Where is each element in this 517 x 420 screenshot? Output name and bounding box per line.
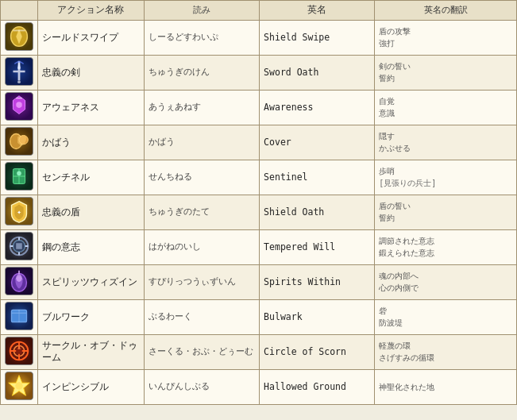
- table-row: ブルワークぶるわーくBulwark砦防波堤: [1, 299, 517, 334]
- action-jp-name: シールドスワイプ: [37, 20, 144, 55]
- table-row: スピリッツウィズインすぴりっつうぃずいんSpirits Within魂の内部へ心…: [1, 264, 517, 299]
- action-en-name: Sword Oath: [260, 55, 375, 90]
- action-en-name: Sentinel: [260, 160, 375, 195]
- action-jp-name: センチネル: [37, 160, 144, 195]
- action-yomi: あうぇあねす: [144, 90, 259, 125]
- action-yomi: かばう: [144, 125, 259, 160]
- action-table: アクション名称 読み 英名 英名の翻訳 シールドスワイプしーるどすわいぷShie…: [0, 0, 517, 405]
- action-translation: 盾の誓い誓約: [375, 195, 517, 229]
- action-icon: [1, 55, 38, 90]
- table-row: ✦ 忠義の盾ちゅうぎのたてShield Oath盾の誓い誓約: [1, 195, 517, 229]
- action-en-name: Hallowed Ground: [260, 369, 375, 404]
- action-translation: 砦防波堤: [375, 299, 517, 334]
- table-row: かばうかばうCover隠すかぶせる: [1, 125, 517, 160]
- action-yomi: はがねのいし: [144, 229, 259, 264]
- action-jp-name: 忠義の盾: [37, 195, 144, 229]
- action-jp-name: ブルワーク: [37, 299, 144, 334]
- action-jp-name: アウェアネス: [37, 90, 144, 125]
- action-icon: [1, 20, 38, 55]
- header-yomi: 読み: [144, 1, 259, 21]
- action-yomi: さーくる・おぶ・どぅーむ: [144, 334, 259, 369]
- header-en: 英名: [260, 1, 375, 21]
- action-yomi: ぶるわーく: [144, 299, 259, 334]
- table-row: 忠義の剣ちゅうぎのけんSword Oath剣の誓い誓約: [1, 55, 517, 90]
- action-yomi: いんぴんしぶる: [144, 369, 259, 404]
- action-yomi: ちゅうぎのたて: [144, 195, 259, 229]
- action-jp-name: 鋼の意志: [37, 229, 144, 264]
- action-jp-name: 忠義の剣: [37, 55, 144, 90]
- action-yomi: しーるどすわいぷ: [144, 20, 259, 55]
- svg-rect-40: [20, 316, 26, 322]
- action-icon: [1, 369, 38, 404]
- action-icon: [1, 334, 38, 369]
- svg-rect-39: [12, 316, 19, 322]
- action-icon: ✦: [1, 195, 38, 229]
- svg-point-8: [17, 80, 21, 83]
- svg-point-21: [17, 171, 21, 175]
- action-yomi: ちゅうぎのけん: [144, 55, 259, 90]
- table-row: サークル・オブ・ドゥームさーくる・おぶ・どぅーむCircle of Scorn軽…: [1, 334, 517, 369]
- action-en-name: Circle of Scorn: [260, 334, 375, 369]
- action-translation: 調節された意志鍛えられた意志: [375, 229, 517, 264]
- action-jp-name: スピリッツウィズイン: [37, 264, 144, 299]
- action-icon: [1, 299, 38, 334]
- svg-point-13: [16, 102, 22, 108]
- action-translation: 歩哨[見張りの兵士]: [375, 160, 517, 195]
- action-yomi: せんちねる: [144, 160, 259, 195]
- action-en-name: Tempered Will: [260, 229, 375, 264]
- table-row: シールドスワイプしーるどすわいぷShield Swipe盾の攻撃強打: [1, 20, 517, 55]
- action-jp-name: サークル・オブ・ドゥーム: [37, 334, 144, 369]
- action-translation: 自覚意識: [375, 90, 517, 125]
- svg-point-53: [15, 382, 22, 389]
- action-jp-name: かばう: [37, 125, 144, 160]
- svg-point-33: [16, 274, 22, 281]
- action-translation: 剣の誓い誓約: [375, 55, 517, 90]
- action-en-name: Shield Oath: [260, 195, 375, 229]
- table-row: アウェアネスあうぇあねすAwareness自覚意識: [1, 90, 517, 125]
- action-translation: 盾の攻撃強打: [375, 20, 517, 55]
- action-en-name: Awareness: [260, 90, 375, 125]
- action-en-name: Bulwark: [260, 299, 375, 334]
- action-translation: 軽蔑の環さげすみの循環: [375, 334, 517, 369]
- header-trans: 英名の翻訳: [375, 1, 517, 21]
- action-en-name: Cover: [260, 125, 375, 160]
- action-translation: 神聖化された地: [375, 369, 517, 404]
- action-jp-name: インピンシブル: [37, 369, 144, 404]
- header-icon: [1, 1, 38, 21]
- action-yomi: すぴりっつうぃずいん: [144, 264, 259, 299]
- action-icon: [1, 90, 38, 125]
- action-en-name: Spirits Within: [260, 264, 375, 299]
- action-icon: [1, 160, 38, 195]
- action-translation: 魂の内部へ心の内側で: [375, 264, 517, 299]
- action-en-name: Shield Swipe: [260, 20, 375, 55]
- action-translation: 隠すかぶせる: [375, 125, 517, 160]
- svg-text:✦: ✦: [17, 207, 21, 216]
- table-row: センチネルせんちねるSentinel歩哨[見張りの兵士]: [1, 160, 517, 195]
- action-icon: [1, 229, 38, 264]
- header-action-name: アクション名称: [37, 1, 144, 21]
- table-row: 鋼の意志はがねのいしTempered Will調節された意志鍛えられた意志: [1, 229, 517, 264]
- action-icon: [1, 125, 38, 160]
- table-row: インピンシブルいんぴんしぶるHallowed Ground神聖化された地: [1, 369, 517, 404]
- action-icon: [1, 264, 38, 299]
